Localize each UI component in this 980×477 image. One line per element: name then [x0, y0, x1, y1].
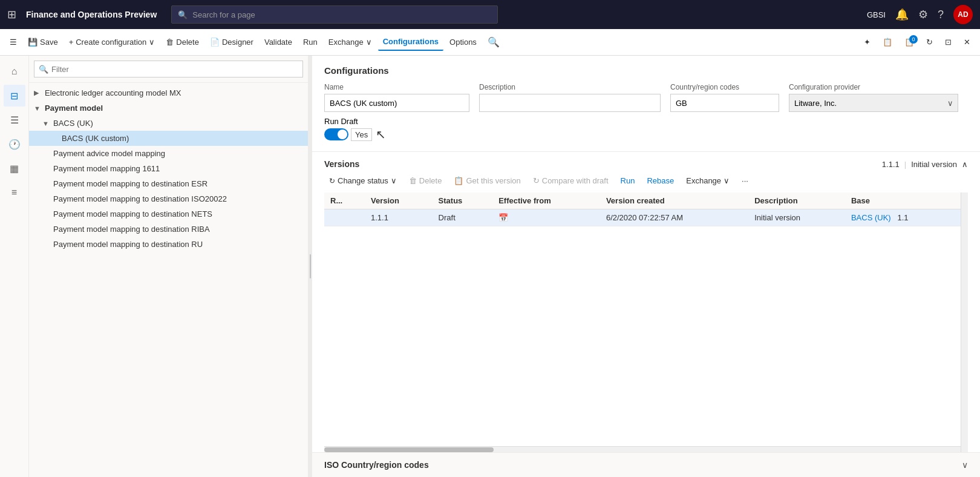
- designer-button[interactable]: 📄 Designer: [205, 34, 258, 50]
- sidebar-home-icon[interactable]: ⌂: [4, 61, 25, 82]
- col-description: Description: [748, 192, 845, 209]
- rebase-button[interactable]: Rebase: [642, 174, 679, 188]
- tree-item-label-3: BACS (UK): [53, 119, 303, 128]
- sidebar-report-icon[interactable]: ≡: [4, 182, 25, 203]
- iso-chevron-icon[interactable]: ∨: [962, 460, 968, 470]
- version-number: 1.1.1: [882, 160, 900, 169]
- provider-select-wrapper: Litware, Inc. ∨: [789, 94, 958, 112]
- versions-table-scroll[interactable]: R... Version Status Effective from Versi…: [324, 192, 961, 446]
- more-options-button[interactable]: ···: [737, 174, 753, 188]
- chevron-down-icon: ∨: [149, 38, 155, 47]
- toolbar-action1[interactable]: ✦: [859, 34, 875, 50]
- run-draft-toggle[interactable]: [324, 128, 348, 140]
- tree-item-electronic-ledger[interactable]: ▶ Electronic ledger accounting model MX: [29, 85, 308, 100]
- tree-item-bacs-uk[interactable]: ▼ BACS (UK): [29, 116, 308, 131]
- filter-search-icon: 🔍: [39, 65, 48, 74]
- tree-item-payment-model[interactable]: ▼ Payment model: [29, 100, 308, 116]
- country-input[interactable]: [670, 94, 779, 112]
- exchange-button[interactable]: Exchange ∨: [324, 34, 377, 50]
- versions-delete-icon: 🗑: [409, 176, 417, 185]
- create-configuration-button[interactable]: + Create configuration ∨: [64, 34, 160, 50]
- cell-base: BACS (UK) 1.1: [845, 209, 961, 226]
- search-input[interactable]: [192, 10, 491, 19]
- tree-item-dest-iso20022[interactable]: Payment model mapping to destination ISO…: [29, 191, 308, 206]
- versions-run-button[interactable]: Run: [616, 174, 640, 188]
- help-icon[interactable]: ?: [938, 8, 944, 21]
- hamburger-menu-button[interactable]: ☰: [5, 34, 22, 50]
- delete-label: Delete: [176, 38, 199, 47]
- configurations-label: Configurations: [383, 37, 439, 46]
- versions-table-head: R... Version Status Effective from Versi…: [324, 192, 961, 209]
- cell-r: [324, 209, 365, 226]
- user-code: GBSI: [867, 10, 886, 19]
- toolbar-close[interactable]: ✕: [959, 34, 975, 50]
- tree-item-dest-esr[interactable]: Payment model mapping to destination ESR: [29, 176, 308, 191]
- get-version-icon: 📋: [454, 176, 463, 185]
- description-input[interactable]: [479, 94, 661, 112]
- settings-icon[interactable]: ⚙: [918, 8, 928, 21]
- more-options-label: ···: [742, 176, 748, 185]
- save-button[interactable]: 💾 Save: [23, 34, 63, 50]
- collapse-icon[interactable]: ∧: [962, 160, 968, 169]
- configurations-button[interactable]: Configurations: [378, 33, 443, 51]
- cell-version: 1.1.1: [365, 209, 433, 226]
- versions-toolbar: ↻ Change status ∨ 🗑 Delete 📋 Get this ve…: [324, 174, 968, 188]
- run-draft-field: Run Draft Yes ↖: [324, 117, 386, 142]
- provider-field: Configuration provider Litware, Inc. ∨: [789, 83, 958, 112]
- tree-item-dest-nets[interactable]: Payment model mapping to destination NET…: [29, 206, 308, 222]
- sidebar-filter-icon[interactable]: ⊟: [4, 85, 25, 107]
- name-input[interactable]: [324, 94, 469, 112]
- versions-header: Versions 1.1.1 | Initial version ∧: [324, 159, 968, 169]
- expand-icon-1: ▶: [34, 89, 42, 97]
- filter-input[interactable]: [34, 61, 303, 77]
- validate-button[interactable]: Validate: [260, 34, 297, 50]
- form-row-main: Name Description Country/region codes Co…: [324, 83, 968, 112]
- tree-item-label-8: Payment model mapping to destination ISO…: [53, 194, 303, 203]
- sidebar-history-icon[interactable]: 🕐: [4, 133, 25, 155]
- sidebar-dashboard-icon[interactable]: ▦: [4, 157, 25, 179]
- tree-item-dest-ru[interactable]: Payment model mapping to destination RU: [29, 237, 308, 252]
- tree-scroll: ▶ Electronic ledger accounting model MX …: [29, 83, 308, 477]
- exchange-chevron-icon: ∨: [366, 38, 372, 47]
- change-status-chevron: ∨: [391, 176, 397, 185]
- notification-icon[interactable]: 🔔: [895, 8, 909, 21]
- toolbar-refresh[interactable]: ↻: [921, 34, 938, 50]
- horizontal-scrollbar[interactable]: [324, 446, 961, 452]
- tree-item-bacs-uk-custom[interactable]: BACS (UK custom): [29, 131, 308, 146]
- iso-section[interactable]: ISO Country/region codes ∨: [312, 452, 980, 477]
- change-status-label: Change status: [338, 176, 388, 185]
- tree-item-label-2: Payment model: [45, 104, 303, 113]
- options-button[interactable]: Options: [445, 34, 482, 50]
- table-row[interactable]: 1.1.1 Draft 📅 6/2/2020 07:22:57 AM Initi…: [324, 209, 961, 226]
- provider-select[interactable]: Litware, Inc.: [789, 94, 958, 112]
- search-toolbar-icon[interactable]: 🔍: [483, 33, 505, 51]
- app-grid-icon[interactable]: ⊞: [7, 8, 16, 21]
- toolbar-action2[interactable]: 📋: [878, 34, 897, 50]
- change-status-button[interactable]: ↻ Change status ∨: [324, 174, 402, 188]
- calendar-icon[interactable]: 📅: [498, 213, 508, 222]
- run-button[interactable]: Run: [298, 34, 322, 50]
- content-area: Configurations Name Description Country/…: [312, 56, 980, 477]
- versions-exchange-button[interactable]: Exchange ∨: [681, 174, 734, 188]
- vertical-scrollbar[interactable]: [961, 192, 968, 452]
- base-link[interactable]: BACS (UK): [851, 213, 891, 222]
- app-title: Finance and Operations Preview: [26, 10, 157, 19]
- compare-with-draft-button[interactable]: ↻ Compare with draft: [528, 174, 613, 188]
- delete-button[interactable]: 🗑 Delete: [161, 34, 204, 50]
- sidebar-list-icon[interactable]: ☰: [4, 109, 25, 131]
- scrollbar-thumb[interactable]: [324, 447, 494, 452]
- avatar[interactable]: AD: [953, 5, 973, 24]
- iso-title: ISO Country/region codes: [324, 460, 962, 470]
- versions-delete-button[interactable]: 🗑 Delete: [404, 174, 447, 188]
- search-bar[interactable]: 🔍: [171, 5, 498, 24]
- options-label: Options: [449, 38, 477, 47]
- versions-exchange-label: Exchange: [686, 176, 721, 185]
- toolbar-popout[interactable]: ⊡: [940, 34, 956, 50]
- get-this-version-button[interactable]: 📋 Get this version: [449, 174, 525, 188]
- tree-item-payment-advice[interactable]: Payment advice model mapping: [29, 146, 308, 161]
- tree-item-dest-riba[interactable]: Payment model mapping to destination RIB…: [29, 222, 308, 237]
- toolbar-notifications[interactable]: 📋 0: [900, 34, 919, 50]
- tree-item-payment-mapping-1611[interactable]: Payment model mapping 1611: [29, 161, 308, 176]
- tree-item-label-5: Payment advice model mapping: [53, 149, 303, 158]
- versions-meta: 1.1.1 | Initial version ∧: [882, 160, 968, 169]
